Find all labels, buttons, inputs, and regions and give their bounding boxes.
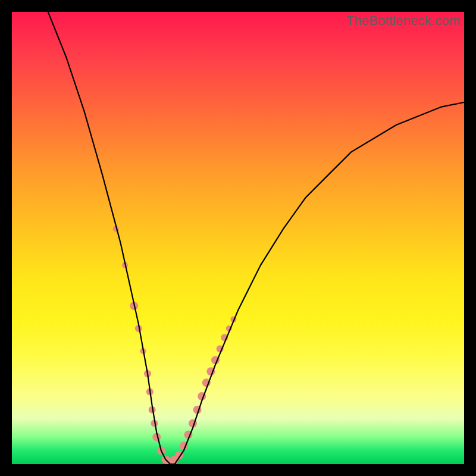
chart-svg <box>12 12 464 464</box>
marker-layer <box>113 226 237 464</box>
chart-frame: TheBottleneck.com <box>12 12 464 464</box>
bottleneck-curve <box>48 12 464 464</box>
watermark-text: TheBottleneck.com <box>346 13 461 29</box>
